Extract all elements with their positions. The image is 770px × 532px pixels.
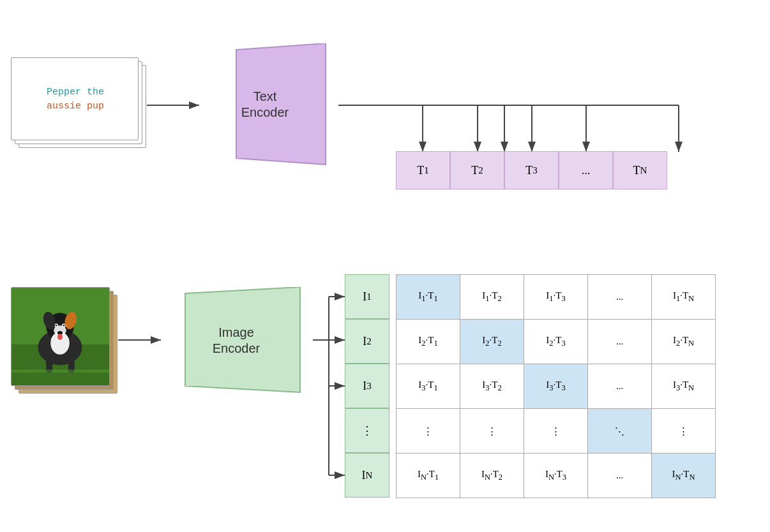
matrix-row-2: I2·T1 I2·T2 I2·T3 ... I2·TN [396, 320, 716, 364]
cell-d-4: ⋱ [588, 409, 652, 454]
cell-d-n: ⋮ [652, 409, 716, 454]
cell-d-3: ⋮ [524, 409, 588, 454]
svg-text:Text: Text [253, 89, 277, 103]
text-line1: Pepper the [47, 85, 104, 100]
i-tokens: I1 I2 I3 ⋮ IN [345, 274, 389, 498]
image-encoder: Image Encoder [160, 287, 313, 398]
t-token-3: T3 [504, 151, 559, 189]
matrix-row-1: I1·T1 I1·T2 I1·T3 ... I1·TN [396, 275, 716, 320]
svg-point-31 [63, 325, 64, 327]
cell-3-n: I3·TN [652, 364, 716, 409]
cell-n-n: IN·TN [652, 454, 716, 498]
cell-n-3: IN·T3 [524, 454, 588, 498]
cell-3-3: I3·T3 [524, 364, 588, 409]
cell-2-1: I2·T1 [396, 320, 460, 364]
cell-n-2: IN·T2 [460, 454, 524, 498]
cell-1-1: I1·T1 [396, 275, 460, 320]
t-token-n: TN [613, 151, 667, 189]
i-token-1: I1 [345, 274, 389, 319]
cell-3-4: ... [588, 364, 652, 409]
svg-point-38 [57, 334, 63, 340]
cell-n-4: ... [588, 454, 652, 498]
t-token-dots: ... [559, 151, 613, 189]
cell-2-3: I2·T3 [524, 320, 588, 364]
matrix-row-3: I3·T1 I3·T2 I3·T3 ... I3·TN [396, 364, 716, 409]
t-token-2: T2 [450, 151, 504, 189]
text-line2: aussie pup [47, 100, 104, 114]
svg-marker-20 [236, 43, 326, 165]
svg-marker-40 [185, 287, 300, 392]
svg-rect-39 [11, 369, 109, 373]
cell-d-1: ⋮ [396, 409, 460, 454]
cell-2-n: I2·TN [652, 320, 716, 364]
i-token-2: I2 [345, 319, 389, 364]
cell-2-4: ... [588, 320, 652, 364]
cell-3-2: I3·T2 [460, 364, 524, 409]
image-card-front [11, 287, 110, 386]
cell-1-2: I1·T2 [460, 275, 524, 320]
matrix-row-n: IN·T1 IN·T2 IN·T3 ... IN·TN [396, 454, 716, 498]
text-encoder: Text Encoder [198, 43, 338, 174]
svg-text:Encoder: Encoder [213, 341, 260, 355]
i-token-dots: ⋮ [345, 408, 389, 453]
similarity-matrix: I1·T1 I1·T2 I1·T3 ... I1·TN I2·T1 I2·T2 … [396, 274, 716, 498]
svg-text:Image: Image [218, 325, 254, 339]
cell-3-1: I3·T1 [396, 364, 460, 409]
t-tokens: T1 T2 T3 ... TN [396, 151, 667, 189]
svg-point-30 [56, 325, 57, 327]
cell-n-1: IN·T1 [396, 454, 460, 498]
svg-text:Encoder: Encoder [241, 105, 289, 119]
cell-d-2: ⋮ [460, 409, 524, 454]
i-token-3: I3 [345, 364, 389, 408]
diagram: Pepper the aussie pup Text Encoder T1 T2… [0, 0, 770, 532]
t-token-1: T1 [396, 151, 450, 189]
cell-1-4: ... [588, 275, 652, 320]
i-token-n: IN [345, 453, 389, 498]
cell-2-2: I2·T2 [460, 320, 524, 364]
cell-1-n: I1·TN [652, 275, 716, 320]
cell-1-3: I1·T3 [524, 275, 588, 320]
matrix-row-dots: ⋮ ⋮ ⋮ ⋱ ⋮ [396, 409, 716, 454]
text-card-front: Pepper the aussie pup [11, 57, 139, 140]
